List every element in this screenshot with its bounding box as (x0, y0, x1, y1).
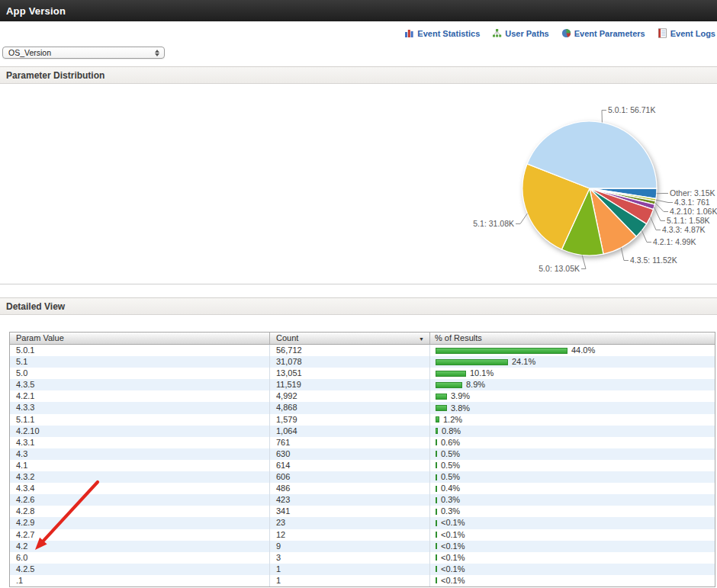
table-row: 4.2.51<0.1% (10, 564, 715, 575)
count-cell: 423 (269, 494, 429, 506)
count-cell: 11,519 (269, 379, 429, 390)
parameter-select-value: OS_Version (3, 48, 153, 57)
count-cell: 4,868 (269, 402, 429, 413)
table-row: .11<0.1% (10, 575, 715, 586)
column-header-param-value[interactable]: Param Value (10, 333, 269, 344)
page-title: App Version (0, 5, 66, 17)
pie-label-4.3.5: 4.3.5: 11.52K (630, 255, 677, 265)
page: App Version Event Statistics (0, 0, 717, 588)
event-statistics-label: Event Statistics (417, 29, 480, 38)
percent-cell: 3.8% (429, 402, 715, 413)
pie-label-4.3.3: 4.3.3: 4.87K (662, 225, 706, 234)
param-value-cell: 4.2.10 (10, 426, 269, 437)
section-header-detailed-view: Detailed View (0, 297, 717, 315)
count-cell: 1,579 (269, 414, 429, 426)
count-cell: 1 (269, 575, 429, 586)
percent-label: <0.1% (441, 552, 465, 564)
percent-label: 24.1% (512, 356, 535, 368)
pie-callout-line (651, 217, 661, 230)
table-header: Param Value Count ▼ % of Results (10, 333, 715, 345)
pie-label-5.1: 5.1: 31.08K (473, 219, 514, 228)
percent-cell: <0.1% (429, 575, 715, 586)
percent-bar (436, 394, 447, 400)
param-value-cell: 4.2.9 (10, 517, 269, 529)
parameter-select[interactable]: OS_Version (2, 47, 165, 59)
percent-cell: 0.5% (429, 460, 715, 471)
percent-bar (436, 520, 437, 526)
pie-callout-line (654, 207, 666, 221)
pie-label-4.2.1: 4.2.1: 4.99K (653, 237, 696, 246)
param-value-cell: 4.2.1 (10, 390, 269, 402)
sort-descending-icon[interactable]: ▼ (419, 333, 424, 345)
percent-label: 0.3% (441, 494, 460, 506)
user-paths-link[interactable]: User Paths (492, 28, 548, 38)
percent-bar (436, 439, 437, 445)
count-cell: 3 (269, 552, 429, 564)
percent-bar (436, 451, 437, 457)
percent-bar (436, 543, 437, 549)
table-row: 4.3.34,8683.8% (10, 402, 715, 413)
pie-callout-line (655, 203, 668, 212)
count-cell: 606 (269, 471, 429, 483)
pie-chart: Other: 3.15K4.3.1: 7614.2.10: 1.06K5.1.1… (0, 85, 717, 284)
param-value-cell: 6.0 (10, 552, 269, 564)
param-value-cell: 5.0.1 (10, 345, 269, 356)
percent-cell: 0.5% (429, 448, 715, 460)
pie-callout-line (602, 111, 606, 123)
param-value-cell: 5.0 (10, 368, 269, 379)
param-value-cell: 4.2 (10, 541, 269, 552)
percent-cell: <0.1% (429, 564, 715, 575)
count-cell: 4,992 (269, 390, 429, 402)
count-cell: 31,078 (269, 356, 429, 368)
table-row: 5.013,05110.1% (10, 368, 715, 379)
event-parameters-link[interactable]: Event Parameters (561, 28, 645, 38)
event-logs-link[interactable]: Event Logs (658, 28, 715, 38)
pie-callout-line (641, 230, 651, 242)
count-cell: 12 (269, 529, 429, 541)
count-cell: 486 (269, 483, 429, 494)
table-row: 4.3.44860.4% (10, 483, 715, 494)
count-cell: 341 (269, 506, 429, 517)
table-row: 5.131,07824.1% (10, 356, 715, 368)
pie-label-4.2.10: 4.2.10: 1.06K (670, 207, 717, 216)
param-value-cell: 4.2.8 (10, 506, 269, 517)
percent-label: <0.1% (441, 575, 465, 586)
table-row: 4.2.64230.3% (10, 494, 715, 506)
table-row: 5.1.11,5791.2% (10, 414, 715, 426)
percent-label: 0.8% (442, 426, 461, 437)
count-cell: 614 (269, 460, 429, 471)
event-statistics-link[interactable]: Event Statistics (404, 28, 480, 38)
percent-label: 0.3% (441, 506, 460, 517)
param-value-cell: 4.2.7 (10, 529, 269, 541)
percent-label: <0.1% (441, 529, 465, 541)
percent-bar (436, 462, 437, 468)
count-cell: 630 (269, 448, 429, 460)
percent-bar (436, 474, 437, 480)
pie-slices[interactable] (522, 121, 657, 255)
percent-bar (436, 566, 437, 572)
percent-bar (436, 348, 567, 354)
percent-cell: 0.3% (429, 506, 715, 517)
table-row: 4.2.712<0.1% (10, 529, 715, 541)
percent-bar (436, 371, 466, 377)
pie-label-5.1.1: 5.1.1: 1.58K (667, 216, 710, 225)
nav-links: Event Statistics User Paths (404, 28, 715, 38)
table-row: 4.36300.5% (10, 448, 715, 460)
table-row: 4.2.14,9923.9% (10, 390, 715, 402)
pie-callout-line (581, 255, 586, 269)
count-cell: 13,051 (269, 368, 429, 379)
percent-bar (436, 554, 437, 561)
percent-bar (436, 405, 447, 411)
param-value-cell: .1 (10, 575, 269, 586)
column-header-count[interactable]: Count ▼ (269, 333, 429, 344)
percent-cell: 44.0% (429, 345, 715, 356)
pie-label-5.0.1: 5.0.1: 56.71K (608, 105, 655, 114)
table-row: 5.0.156,71244.0% (10, 345, 715, 356)
bar-chart-icon (404, 28, 414, 38)
pie-label-Other: Other: 3.15K (670, 188, 715, 198)
param-value-cell: 4.3.2 (10, 471, 269, 483)
table-row: 6.03<0.1% (10, 552, 715, 564)
table-body: 5.0.156,71244.0%5.131,07824.1%5.013,0511… (10, 345, 715, 586)
percent-cell: <0.1% (429, 552, 715, 564)
column-header-percent[interactable]: % of Results (429, 333, 715, 344)
